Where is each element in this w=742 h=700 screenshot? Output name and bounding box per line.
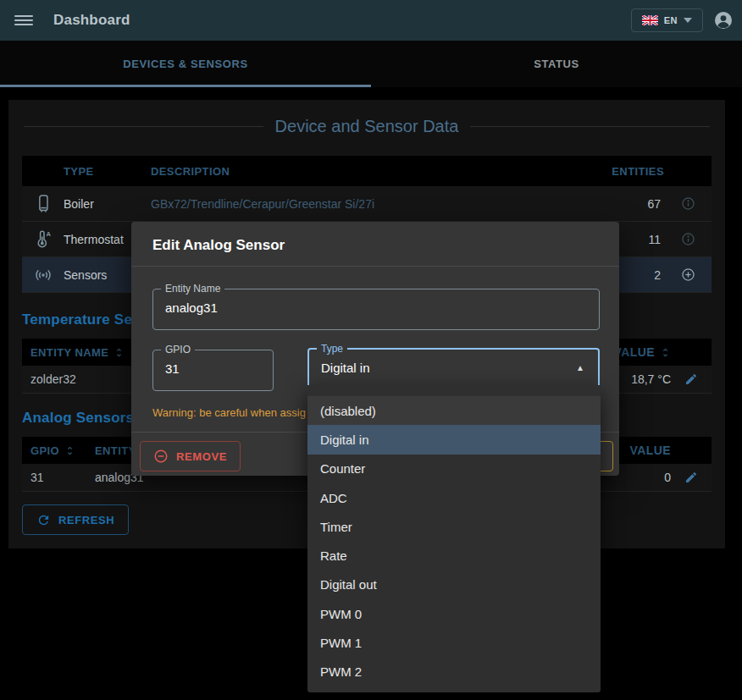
sort-icon <box>660 347 671 358</box>
edit-pencil-icon[interactable] <box>684 372 698 386</box>
option-counter[interactable]: Counter <box>307 455 601 483</box>
remove-circle-icon <box>153 449 169 464</box>
option-timer[interactable]: Timer <box>307 512 601 541</box>
entity-name-field[interactable]: Entity Name analog31 <box>152 283 600 330</box>
uk-flag-icon <box>642 15 658 25</box>
language-selector[interactable]: EN <box>631 8 703 32</box>
col-type: TYPE <box>64 165 151 178</box>
info-icon[interactable] <box>681 196 695 211</box>
col-value: VALUE <box>630 444 671 457</box>
type-dropdown-menu: (disabled) Digital in Counter ADC Timer … <box>307 385 601 692</box>
sort-icon <box>114 347 125 358</box>
table-row-boiler[interactable]: Boiler GBx72/Trendline/Cerapur/Greenstar… <box>22 186 712 222</box>
thermostat-icon: A <box>34 229 53 250</box>
refresh-icon <box>36 513 51 527</box>
entity-name-label: Entity Name <box>161 283 224 295</box>
col-description: DESCRIPTION <box>151 165 588 178</box>
type-selected-value: Digital in <box>321 361 370 375</box>
gpio-value[interactable]: 31 <box>153 356 273 376</box>
analog-sensors-title: Analog Sensors <box>22 410 134 427</box>
app-title: Dashboard <box>53 12 130 29</box>
gpio-label: GPIO <box>161 344 195 356</box>
col-value[interactable]: VALUE <box>614 345 671 359</box>
type-label: Type <box>317 343 347 355</box>
menu-icon[interactable] <box>14 13 33 28</box>
edit-pencil-icon[interactable] <box>684 471 698 484</box>
language-label: EN <box>664 15 678 25</box>
dialog-title: Edit Analog Sensor <box>131 222 619 266</box>
col-gpio[interactable]: GPIO <box>22 444 95 457</box>
col-entities: ENTITIES <box>612 165 664 178</box>
chevron-up-icon: ▲ <box>576 363 584 372</box>
option-adc[interactable]: ADC <box>307 483 601 512</box>
option-pwm-1[interactable]: PWM 1 <box>307 628 601 657</box>
option-pwm-0[interactable]: PWM 0 <box>307 599 601 628</box>
page-title: Device and Sensor Data <box>24 117 710 136</box>
chevron-down-icon <box>684 18 692 23</box>
entity-name-value[interactable]: analog31 <box>153 295 599 315</box>
svg-text:A: A <box>46 230 51 238</box>
gpio-field[interactable]: GPIO 31 <box>152 344 274 391</box>
refresh-button[interactable]: REFRESH <box>22 504 129 535</box>
remove-button[interactable]: REMOVE <box>140 441 241 471</box>
sensors-icon <box>33 266 53 284</box>
option-digital-out[interactable]: Digital out <box>307 570 601 599</box>
user-avatar-icon[interactable] <box>713 10 734 30</box>
tab-bar: DEVICES & SENSORS STATUS <box>0 41 742 87</box>
option-digital-in[interactable]: Digital in <box>307 425 601 454</box>
info-icon[interactable] <box>681 232 695 246</box>
warning-text: Warning: be careful when assig <box>152 406 306 419</box>
sort-icon <box>64 445 75 456</box>
option-disabled[interactable]: (disabled) <box>307 396 601 425</box>
option-rate[interactable]: Rate <box>307 541 601 570</box>
app-bar: Dashboard EN <box>0 0 742 41</box>
boiler-icon <box>35 194 52 214</box>
tab-status[interactable]: STATUS <box>371 41 742 87</box>
page: Dashboard EN <box>0 0 742 700</box>
devices-table-header: TYPE DESCRIPTION ENTITIES <box>22 156 712 186</box>
option-pwm-2[interactable]: PWM 2 <box>307 658 601 686</box>
add-entity-icon[interactable] <box>681 267 695 282</box>
tab-devices-sensors[interactable]: DEVICES & SENSORS <box>0 41 371 87</box>
